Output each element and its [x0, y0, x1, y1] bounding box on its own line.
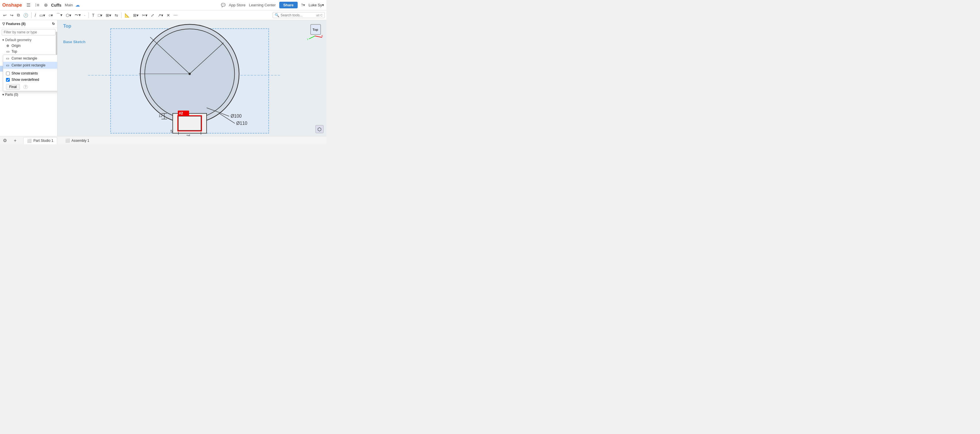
assembly-tab[interactable]: ⬜ Assembly 1: [62, 137, 93, 144]
nav-right: 💬 App Store Learning Center Share ?▾ Luk…: [221, 2, 324, 8]
learning-center-button[interactable]: Learning Center: [249, 3, 275, 7]
show-constraints-item[interactable]: Show constraints: [3, 70, 57, 77]
copy-button[interactable]: ⧉: [16, 12, 21, 18]
search-hint: alt C: [316, 14, 323, 17]
grid-button[interactable]: ⊞▾: [132, 12, 140, 18]
toolbar: ↩ ↪ ⧉ 🕐 / ▭▾ ○▾ ⌒▾ ⬡▾ 〜▾ · T □▾ ⊞▾ ⇆ 📐 ⊞…: [0, 10, 326, 20]
dropdown-center-rectangle[interactable]: ▭ Center point rectangle R: [3, 62, 57, 69]
transform-button[interactable]: ⊞▾: [104, 12, 113, 18]
svg-text:25: 25: [186, 134, 190, 136]
dropdown-final: Final ?: [3, 83, 57, 91]
arc-button[interactable]: ⌒▾: [55, 12, 64, 19]
user-name[interactable]: Luke Sy▾: [309, 3, 324, 7]
svg-text:X: X: [321, 35, 323, 37]
search-box: 🔍 alt C: [273, 12, 325, 18]
mirror-button[interactable]: ⇆: [113, 12, 119, 18]
hamburger-icon[interactable]: ☰: [25, 2, 32, 8]
circle-button[interactable]: ○▾: [47, 12, 54, 18]
image-button[interactable]: □▾: [97, 12, 104, 18]
search-input[interactable]: [280, 13, 315, 17]
svg-text:Ø110: Ø110: [236, 121, 247, 126]
origin-icon: ⊕: [6, 44, 10, 48]
chevron-parts-icon[interactable]: ▾: [2, 93, 4, 97]
more-button[interactable]: ⋯: [172, 12, 179, 18]
features-title: Features (8): [6, 22, 25, 26]
doc-title: Cuffs: [51, 3, 62, 8]
spline-button[interactable]: 〜▾: [73, 12, 82, 19]
text-button[interactable]: T: [91, 12, 96, 18]
svg-text:Y: Y: [307, 38, 309, 41]
redo-button[interactable]: ↪: [9, 12, 15, 18]
dropdown-corner-rectangle[interactable]: ▭ Corner rectangle G ✕: [3, 55, 57, 62]
part-studio-label: Part Studio 1: [33, 139, 53, 143]
show-overdefined-item[interactable]: Show overdefined: [3, 77, 57, 83]
svg-text:#2: #2: [179, 111, 183, 115]
list-icon[interactable]: ⁝≡: [34, 2, 40, 8]
crosshair-button[interactable]: ✕: [165, 12, 172, 18]
parts-label: Parts (0): [5, 93, 18, 97]
feature-item-top[interactable]: ▭ Top: [0, 49, 57, 54]
svg-text:Ø100: Ø100: [231, 113, 242, 118]
scrollbar-thumb[interactable]: [56, 32, 57, 55]
left-panel: ▽ Features (8) ↻ ▾ Default geometry ⊕ Or…: [0, 20, 57, 136]
final-button[interactable]: Final: [6, 84, 20, 90]
share-button[interactable]: Share: [279, 2, 298, 8]
search-icon: 🔍: [275, 13, 279, 17]
add-tab-button[interactable]: ⚙: [3, 138, 7, 143]
app-store-button[interactable]: App Store: [229, 3, 246, 7]
svg-line-31: [309, 36, 315, 39]
convert-button[interactable]: ⤢: [150, 12, 156, 18]
help-icon[interactable]: ?: [23, 85, 28, 89]
show-constraints-checkbox[interactable]: [6, 72, 10, 75]
polygon-button[interactable]: ⬡▾: [64, 12, 73, 18]
center-rect-icon: ▭: [6, 63, 9, 67]
view-cube[interactable]: Y X Top: [306, 23, 323, 43]
trim-button[interactable]: ✂▾: [140, 12, 149, 18]
chevron-down-icon: ▾: [2, 38, 4, 42]
toolbar-sep-1: [31, 12, 32, 18]
filter-icon[interactable]: ▽: [2, 22, 5, 26]
svg-text:Top: Top: [313, 28, 318, 31]
plane-icon: ▭: [6, 49, 10, 54]
comment-button[interactable]: 💬: [221, 3, 226, 7]
assembly-label: Assembly 1: [72, 139, 89, 143]
main-area: ▽ Features (8) ↻ ▾ Default geometry ⊕ Or…: [0, 20, 326, 136]
filter-wrap: [0, 28, 57, 37]
part-studio-icon: ⬜: [27, 139, 32, 143]
sketch-canvas: Ø100 Ø110 #2 12 5 25: [57, 20, 326, 136]
default-geometry-label[interactable]: ▾ Default geometry: [0, 37, 57, 43]
3d-view-icon[interactable]: ⬡: [315, 125, 323, 133]
corner-rect-icon: ▭: [6, 56, 9, 61]
point-button[interactable]: ·: [83, 12, 87, 18]
doc-tab[interactable]: Main: [65, 3, 73, 7]
coincident-button[interactable]: ↗▾: [156, 12, 165, 18]
top-nav: Onshape ☰ ⁝≡ ⊕ Cuffs Main ☁ 💬 App Store …: [0, 0, 326, 10]
feature-item-origin[interactable]: ⊕ Origin: [0, 43, 57, 49]
dropdown-menu: ▭ Corner rectangle G ✕ ▭ Center point re…: [3, 55, 57, 91]
filter-input[interactable]: [2, 29, 56, 35]
assembly-icon: ⬜: [65, 138, 70, 143]
help-button[interactable]: ?▾: [301, 3, 305, 7]
measure-button[interactable]: 📐: [123, 12, 131, 18]
view-cube-area: Y X Top: [306, 23, 323, 46]
rect-button[interactable]: ▭▾: [38, 12, 46, 18]
undo-button[interactable]: ↩: [2, 12, 8, 18]
add-new-tab[interactable]: +: [14, 138, 16, 143]
dropdown-sep: [3, 69, 57, 70]
add-feature-icon[interactable]: ⊕: [43, 2, 49, 8]
parts-section: ▾ Parts (0): [0, 91, 57, 98]
cloud-icon: ☁: [75, 2, 80, 8]
history-button[interactable]: 🕐: [22, 12, 30, 18]
viewport[interactable]: Top Base Sketch Ø100: [57, 20, 326, 136]
svg-text:5: 5: [170, 129, 172, 134]
collapse-icon[interactable]: ↻: [52, 22, 55, 26]
part-studio-tab[interactable]: ⬜ Part Studio 1: [23, 137, 57, 144]
show-overdefined-checkbox[interactable]: [6, 78, 10, 82]
line-button[interactable]: /: [33, 12, 37, 18]
status-bar: ⚙ + ⬜ Part Studio 1 ⬜ Assembly 1: [0, 136, 326, 145]
features-header: ▽ Features (8) ↻: [0, 20, 57, 28]
onshape-logo[interactable]: Onshape: [2, 3, 22, 8]
svg-text:12: 12: [159, 113, 162, 118]
